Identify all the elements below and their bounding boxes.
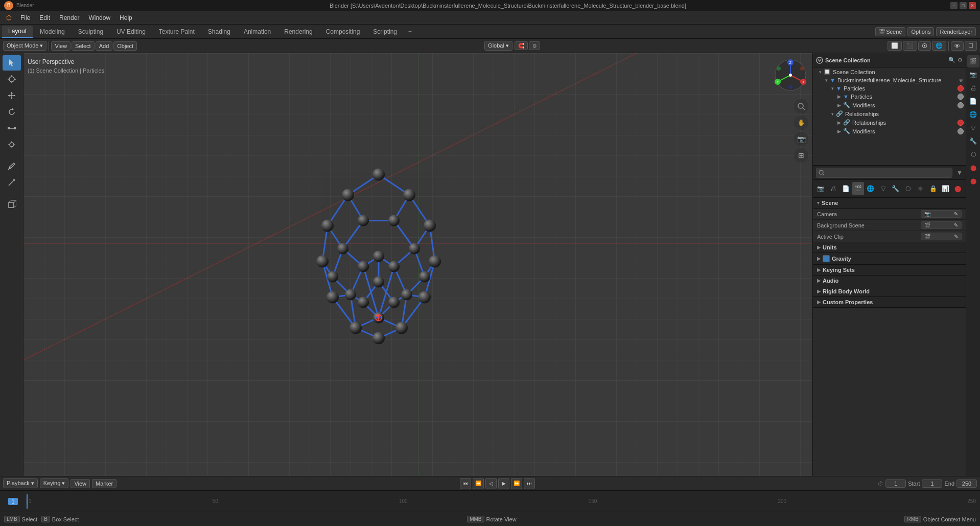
menu-window[interactable]: Window bbox=[84, 13, 114, 22]
modifiers-dot[interactable] bbox=[958, 102, 964, 108]
select-tool[interactable] bbox=[3, 55, 21, 71]
add-cube-tool[interactable] bbox=[3, 196, 21, 212]
units-section-header[interactable]: ▶ Units bbox=[813, 242, 966, 253]
scale-tool[interactable] bbox=[3, 121, 21, 136]
menu-blender[interactable]: ⬡ bbox=[2, 13, 15, 22]
global-selector[interactable]: Global ▾ bbox=[484, 41, 512, 51]
clip-dropper[interactable]: ✎ bbox=[954, 234, 958, 239]
viewport-overlay[interactable]: 👁 bbox=[951, 41, 964, 51]
viewport[interactable]: User Perspective (1) Scene Collection | … bbox=[24, 53, 812, 476]
mode-selector[interactable]: Object Mode ▾ bbox=[3, 41, 46, 51]
viewport-shading-material[interactable]: ⦿ bbox=[918, 41, 931, 51]
menu-file[interactable]: File bbox=[16, 13, 34, 22]
tab-uv-editing[interactable]: UV Editing bbox=[110, 26, 152, 37]
props-tab-modifiers[interactable]: 🔧 bbox=[890, 182, 901, 195]
scene-selector[interactable]: 🎬 Scene bbox=[875, 27, 905, 36]
eye-toggle[interactable]: 👁 bbox=[959, 78, 964, 83]
physics-props-icon[interactable]: ⬤ bbox=[967, 162, 979, 174]
object-props-icon[interactable]: ▽ bbox=[967, 122, 979, 134]
window-controls[interactable]: – □ ✕ bbox=[950, 2, 976, 9]
viewport-shading-solid[interactable]: ⬛ bbox=[903, 41, 917, 51]
outliner-modifiers[interactable]: ▶ 🔧 Modifiers bbox=[813, 101, 966, 109]
particles-dot[interactable] bbox=[958, 85, 964, 92]
navigation-gizmo[interactable]: Z X Y bbox=[773, 57, 808, 93]
start-frame-input[interactable] bbox=[922, 479, 942, 488]
props-tab-data[interactable]: 📊 bbox=[940, 182, 951, 195]
grid-icon[interactable]: ⊞ bbox=[794, 148, 808, 163]
props-tab-output[interactable]: 🖨 bbox=[827, 182, 838, 195]
props-tab-physics[interactable]: ⚛ bbox=[915, 182, 926, 195]
proportional-edit[interactable]: ⊙ bbox=[529, 41, 540, 50]
tab-animation[interactable]: Animation bbox=[238, 26, 277, 37]
tab-sculpting[interactable]: Sculpting bbox=[72, 26, 109, 37]
search-icon[interactable] bbox=[794, 99, 808, 113]
outliner-menu[interactable]: ⚙ bbox=[958, 57, 963, 63]
hand-icon[interactable]: ✋ bbox=[794, 116, 808, 130]
outliner-particles-child[interactable]: ▶ ▼ Particles bbox=[813, 93, 966, 101]
view-menu-timeline[interactable]: View bbox=[71, 479, 90, 488]
scene-props-icon[interactable]: 🎬 bbox=[967, 55, 979, 67]
tab-rendering[interactable]: Rendering bbox=[278, 26, 318, 37]
transform-tool[interactable] bbox=[3, 137, 21, 152]
menu-help[interactable]: Help bbox=[115, 13, 136, 22]
move-tool[interactable] bbox=[3, 88, 21, 103]
active-clip-value[interactable]: 🎬 ✎ bbox=[921, 233, 962, 240]
outliner-modifiers2[interactable]: ▶ 🔧 Modifiers bbox=[813, 127, 966, 135]
camera-value[interactable]: 📷 ✎ bbox=[921, 210, 962, 218]
select-menu[interactable]: Select bbox=[72, 41, 95, 51]
rigid-body-world-section-header[interactable]: ▶ Rigid Body World bbox=[813, 286, 966, 297]
object-context-status[interactable]: RMB Object Context Menu bbox=[904, 516, 976, 522]
viewport-shading-render[interactable]: 🌐 bbox=[932, 41, 946, 51]
step-back-button[interactable]: ⏪ bbox=[473, 478, 484, 489]
menu-edit[interactable]: Edit bbox=[35, 13, 54, 22]
rotate-view-status[interactable]: MMB Rotate View bbox=[467, 516, 516, 522]
tab-layout[interactable]: Layout bbox=[2, 26, 33, 38]
props-tab-render[interactable]: 📷 bbox=[815, 182, 826, 195]
select-status[interactable]: LMB Select bbox=[4, 516, 37, 522]
props-tab-particles[interactable]: ⬡ bbox=[902, 182, 914, 195]
bg-scene-dropper[interactable]: ✎ bbox=[954, 222, 958, 228]
tab-scripting[interactable]: Scripting bbox=[367, 26, 403, 37]
modifiers2-dot[interactable] bbox=[958, 128, 964, 134]
world-props-icon[interactable]: 🌐 bbox=[967, 108, 979, 121]
box-select-status[interactable]: B Box Select bbox=[41, 516, 79, 522]
maximize-button[interactable]: □ bbox=[960, 2, 967, 9]
view-layer-icon[interactable]: 📄 bbox=[967, 95, 979, 107]
object-menu[interactable]: Object bbox=[113, 41, 137, 51]
go-to-start-button[interactable]: ⏮ bbox=[460, 478, 471, 489]
render-props-icon[interactable]: 📷 bbox=[967, 68, 979, 81]
properties-search[interactable] bbox=[816, 168, 952, 178]
props-tab-world[interactable]: 🌐 bbox=[865, 182, 876, 195]
particles-props-icon[interactable]: ⬡ bbox=[967, 148, 979, 161]
background-scene-value[interactable]: 🎬 ✎ bbox=[921, 221, 962, 229]
keying-menu[interactable]: Keying ▾ bbox=[40, 478, 69, 488]
timeline-ruler[interactable]: 1 50 100 150 200 250 bbox=[27, 494, 978, 509]
playback-menu[interactable]: Playback ▾ bbox=[3, 478, 38, 488]
custom-properties-section-header[interactable]: ▶ Custom Properties bbox=[813, 297, 966, 308]
outliner-filter[interactable]: 🔍 bbox=[948, 57, 955, 63]
modifier-props-icon[interactable]: 🔧 bbox=[967, 135, 979, 147]
close-button[interactable]: ✕ bbox=[969, 2, 976, 9]
gravity-section-header[interactable]: ▶ Gravity bbox=[813, 253, 966, 265]
keying-sets-section-header[interactable]: ▶ Keying Sets bbox=[813, 265, 966, 276]
snap-toggle[interactable]: 🧲 bbox=[515, 41, 528, 50]
viewport-xray[interactable]: ☐ bbox=[965, 41, 977, 51]
end-frame-input[interactable] bbox=[956, 479, 977, 488]
props-tab-material[interactable]: ⬤ bbox=[952, 182, 964, 195]
viewport-shading-wire[interactable]: ⬜ bbox=[888, 41, 902, 51]
props-tab-scene[interactable]: 🎬 bbox=[852, 182, 864, 195]
particles-child-dot[interactable] bbox=[958, 94, 964, 100]
annotate-tool[interactable] bbox=[3, 158, 21, 174]
step-forward-button[interactable]: ⏩ bbox=[511, 478, 522, 489]
outliner-particles[interactable]: ▾ ▼ Particles bbox=[813, 84, 966, 93]
outliner-relationships[interactable]: ▾ 🔗 Relationships bbox=[813, 109, 966, 118]
props-tab-object[interactable]: ▽ bbox=[877, 182, 889, 195]
audio-section-header[interactable]: ▶ Audio bbox=[813, 276, 966, 286]
view-menu[interactable]: View bbox=[51, 41, 71, 51]
playhead[interactable] bbox=[27, 494, 28, 509]
tab-compositing[interactable]: Compositing bbox=[320, 26, 366, 37]
camera-dropper[interactable]: ✎ bbox=[954, 211, 958, 217]
properties-filter[interactable]: ▼ bbox=[956, 169, 963, 176]
add-menu[interactable]: Add bbox=[96, 41, 113, 51]
scene-section-header[interactable]: ▾ Scene bbox=[813, 198, 966, 209]
